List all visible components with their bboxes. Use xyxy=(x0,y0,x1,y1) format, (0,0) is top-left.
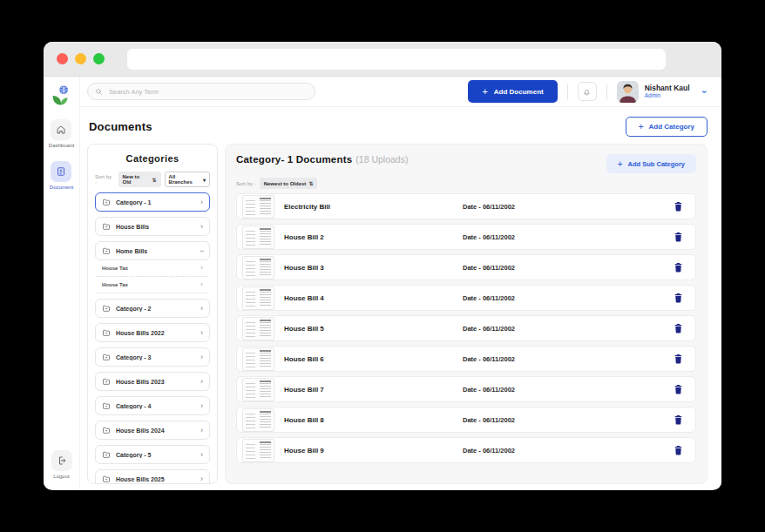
document-list: Electricity Bill Date - 06/11/2002 House… xyxy=(236,193,696,463)
user-role: Admin xyxy=(645,92,690,99)
document-row[interactable]: House Bill 4 Date - 06/11/2002 xyxy=(236,285,696,311)
search-box[interactable] xyxy=(87,83,315,100)
delete-document-button[interactable] xyxy=(673,261,684,273)
folder-icon xyxy=(102,450,111,459)
delete-document-button[interactable] xyxy=(673,414,684,426)
chevron-right-icon: › xyxy=(200,475,203,483)
sort-by-label: Sort by - xyxy=(95,174,115,185)
sidebar-item-document[interactable]: Document xyxy=(50,161,73,190)
delete-document-button[interactable] xyxy=(673,444,684,456)
chevron-right-icon: › xyxy=(200,354,203,361)
add-sub-category-button[interactable]: + Add Sub Category xyxy=(606,154,696,173)
category-item[interactable]: Category - 3 › xyxy=(95,347,210,367)
delete-document-button[interactable] xyxy=(673,200,684,212)
document-row[interactable]: House Bill 5 Date - 06/11/2002 xyxy=(236,315,696,341)
category-item[interactable]: House Bills 2023 › xyxy=(95,372,210,391)
sort-by-label: Sort by - xyxy=(236,181,256,186)
sort-value: New to Old xyxy=(123,174,150,185)
branch-filter-dropdown[interactable]: All Branches ▾ xyxy=(165,172,210,187)
document-date: Date - 06/11/2002 xyxy=(463,294,673,302)
search-icon xyxy=(95,88,103,96)
sub-category-item[interactable]: House Tax › xyxy=(97,277,208,293)
categories-sort-toggle[interactable]: New to Old ⇅ xyxy=(118,172,161,187)
document-name: House Bill 8 xyxy=(284,416,463,424)
folder-icon xyxy=(102,426,111,434)
category-item[interactable]: House Bills 2025 › xyxy=(95,469,210,484)
chevron-right-icon: › xyxy=(198,250,206,253)
category-item[interactable]: Category - 4 › xyxy=(95,396,210,415)
address-bar[interactable] xyxy=(127,49,666,70)
delete-document-button[interactable] xyxy=(673,231,684,243)
category-item[interactable]: House Bills 2022 › xyxy=(95,323,210,342)
document-row[interactable]: House Bill 7 Date - 06/11/2002 xyxy=(236,376,696,402)
minimize-window-icon[interactable] xyxy=(75,53,86,64)
plus-icon: + xyxy=(482,87,487,97)
chevron-down-icon[interactable]: › xyxy=(700,90,709,92)
search-input[interactable] xyxy=(107,87,308,97)
document-name: Electricity Bill xyxy=(284,203,463,211)
document-name: House Bill 2 xyxy=(284,233,463,241)
category-item-label: Category - 4 xyxy=(116,403,195,409)
document-row[interactable]: House Bill 6 Date - 06/11/2002 xyxy=(236,346,696,372)
delete-document-button[interactable] xyxy=(673,292,684,304)
document-row[interactable]: House Bill 3 Date - 06/11/2002 xyxy=(236,254,696,280)
document-date: Date - 06/11/2002 xyxy=(463,386,673,394)
sub-category-item[interactable]: House Tax › xyxy=(97,260,208,277)
category-item[interactable]: Home Bills › xyxy=(95,241,210,260)
category-item[interactable]: Category - 5 › xyxy=(95,445,210,464)
folder-icon xyxy=(102,401,111,410)
categories-sort-row: Sort by - New to Old ⇅ All Branches ▾ xyxy=(95,172,210,187)
category-item-label: House Bills 2024 xyxy=(116,428,195,434)
delete-document-button[interactable] xyxy=(673,353,684,365)
document-thumbnail xyxy=(242,256,274,279)
branch-filter-value: All Branches xyxy=(169,174,200,185)
document-name: House Bill 9 xyxy=(284,447,463,455)
documents-panel: Category- 1 Documents (18 Uploads) + Add… xyxy=(225,144,707,484)
document-date: Date - 06/11/2002 xyxy=(463,233,673,241)
sidebar-rail: Dashboard Document xyxy=(44,77,80,489)
document-row[interactable]: House Bill 2 Date - 06/11/2002 xyxy=(236,224,696,250)
zoom-window-icon[interactable] xyxy=(93,53,105,64)
category-item[interactable]: House Bills › xyxy=(95,217,210,236)
categories-title: Categories xyxy=(95,153,210,164)
document-name: House Bill 3 xyxy=(284,264,463,272)
document-row[interactable]: Electricity Bill Date - 06/11/2002 xyxy=(236,193,696,219)
sidebar-item-label: Dashboard xyxy=(49,143,74,148)
plus-icon: + xyxy=(618,159,623,169)
category-item[interactable]: Category - 1 › xyxy=(95,192,210,212)
delete-document-button[interactable] xyxy=(673,322,684,334)
category-item-label: Category - 2 xyxy=(116,306,195,312)
notifications-button[interactable] xyxy=(578,82,597,101)
sidebar-item-label: Document xyxy=(50,185,73,190)
documents-sort-toggle[interactable]: Newest to Oldest ⇅ xyxy=(260,178,318,189)
trash-icon xyxy=(673,444,684,456)
category-item[interactable]: Category - 2 › xyxy=(95,299,210,318)
folder-icon xyxy=(102,475,111,483)
trash-icon xyxy=(673,231,684,243)
add-category-button[interactable]: + Add Category xyxy=(626,117,707,137)
document-row[interactable]: House Bill 9 Date - 06/11/2002 xyxy=(236,437,696,463)
category-item[interactable]: House Bills 2024 › xyxy=(95,421,210,440)
trash-icon xyxy=(673,353,684,365)
close-window-icon[interactable] xyxy=(57,53,68,64)
delete-document-button[interactable] xyxy=(673,383,684,395)
add-document-button[interactable]: + Add Document xyxy=(468,80,557,103)
document-thumbnail xyxy=(242,439,274,462)
chevron-right-icon: › xyxy=(200,402,203,410)
folder-icon xyxy=(102,328,111,337)
uploads-count: (18 Uploads) xyxy=(355,154,408,165)
app-window: Dashboard Document xyxy=(44,42,721,490)
chevron-right-icon: › xyxy=(200,199,203,206)
sidebar-item-dashboard[interactable]: Dashboard xyxy=(49,119,74,148)
chevron-right-icon: › xyxy=(200,427,203,434)
document-thumbnail xyxy=(242,195,274,219)
category-item-label: House Bills xyxy=(116,224,195,230)
document-name: House Bill 6 xyxy=(284,355,463,363)
logout-icon xyxy=(57,455,67,466)
sidebar-item-logout[interactable]: Logout xyxy=(51,450,72,479)
document-thumbnail xyxy=(242,226,274,249)
user-menu[interactable]: Nishant Kaul Admin › xyxy=(617,81,706,103)
category-item-label: Category - 5 xyxy=(116,452,195,458)
document-row[interactable]: House Bill 8 Date - 06/11/2002 xyxy=(236,407,696,433)
page-title: Documents xyxy=(89,120,152,133)
